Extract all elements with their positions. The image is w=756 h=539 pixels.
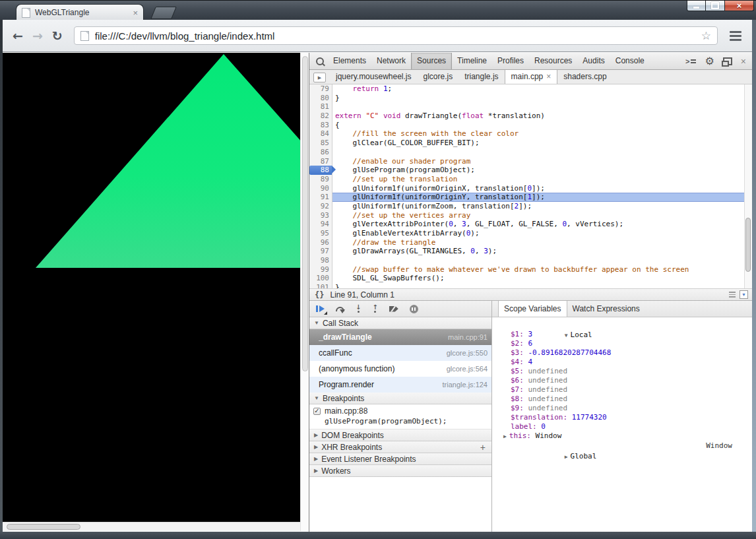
line-number[interactable]: 96 — [309, 238, 332, 247]
gear-icon[interactable]: ⚙ — [705, 56, 714, 67]
chrome-menu-button[interactable] — [730, 31, 741, 41]
file-tab-close-icon[interactable]: × — [546, 72, 551, 81]
line-number[interactable]: 79 — [309, 84, 332, 94]
resume-script-icon[interactable] — [316, 305, 325, 312]
pause-state-icon[interactable]: ▼ — [740, 290, 748, 299]
bookmark-star-icon[interactable]: ☆ — [701, 29, 711, 42]
search-icon[interactable] — [316, 57, 324, 65]
close-window-button[interactable]: × — [724, 1, 754, 11]
devtools-tab-network[interactable]: Network — [371, 53, 411, 69]
line-number[interactable]: 93 — [309, 211, 332, 220]
line-number[interactable]: 95 — [309, 229, 332, 238]
reload-button[interactable]: ↻ — [52, 30, 63, 42]
line-number[interactable]: 99 — [309, 265, 332, 274]
line-number[interactable]: 84 — [309, 129, 332, 139]
line-number[interactable]: 80 — [309, 94, 332, 103]
page-horizontal-scrollbar-thumb[interactable] — [7, 524, 80, 530]
scope-variable[interactable]: $8: undefined — [492, 395, 752, 404]
breakpoint-entry[interactable]: ✓main.cpp:88glUseProgram(programObject); — [309, 404, 491, 429]
scope-variable[interactable]: ▶this: Window — [492, 431, 752, 441]
step-out-icon[interactable]: ↑ — [372, 305, 377, 313]
pretty-print-icon[interactable]: {} — [315, 290, 324, 300]
pause-on-exceptions-icon[interactable] — [410, 305, 418, 313]
line-number[interactable]: 97 — [309, 247, 332, 256]
scope-variable[interactable]: $9: undefined — [492, 404, 752, 413]
source-frames-icon[interactable] — [729, 292, 736, 298]
console-drawer-icon[interactable]: > — [685, 57, 696, 65]
call-stack-header[interactable]: ▼ Call Stack — [309, 317, 491, 329]
scope-variable[interactable]: $1: 3 — [492, 330, 752, 339]
scope-variable[interactable]: $translation: 11774320 — [492, 413, 752, 422]
line-number[interactable]: 87 — [309, 157, 332, 166]
line-number[interactable]: 98 — [309, 256, 332, 265]
line-number[interactable]: 82 — [309, 111, 332, 121]
tab-close-icon[interactable]: × — [133, 9, 138, 17]
line-number[interactable]: 86 — [309, 148, 332, 157]
devtools-tab-sources[interactable]: Sources — [411, 53, 452, 69]
page-horizontal-scrollbar[interactable] — [3, 522, 300, 531]
breakpoint-checkbox[interactable]: ✓ — [313, 408, 321, 415]
page-vertical-scrollbar[interactable] — [300, 53, 309, 531]
section-header-workers[interactable]: ▶Workers — [309, 465, 491, 477]
webgl-canvas[interactable] — [3, 53, 300, 522]
file-tab-triangle.js[interactable]: triangle.js — [458, 70, 504, 84]
address-bar[interactable]: file:///C:/dev/llvm/blog_triangle/index.… — [74, 26, 718, 45]
code-vertical-scrollbar[interactable] — [744, 84, 752, 288]
deactivate-breakpoints-icon[interactable] — [389, 306, 398, 312]
line-number[interactable]: 90 — [309, 184, 332, 193]
call-stack-frame[interactable]: Program.rendertriangle.js:124 — [309, 377, 491, 393]
section-header-dom-breakpoints[interactable]: ▶DOM Breakpoints — [309, 429, 491, 441]
maximize-button[interactable] — [706, 1, 724, 11]
line-number[interactable]: 101 — [309, 283, 332, 288]
page-vertical-scrollbar-thumb[interactable] — [302, 56, 308, 371]
devtools-tab-timeline[interactable]: Timeline — [452, 53, 492, 69]
dock-icon[interactable] — [723, 57, 732, 65]
devtools-tab-resources[interactable]: Resources — [529, 53, 577, 69]
scope-tab-watch-expressions[interactable]: Watch Expressions — [567, 301, 645, 317]
minimize-button[interactable] — [687, 1, 706, 11]
line-number[interactable]: 85 — [309, 139, 332, 148]
scope-local-section[interactable]: ▼Local — [492, 319, 752, 330]
call-stack-frame[interactable]: (anonymous function)glcore.js:564 — [309, 361, 491, 377]
scope-variable[interactable]: label: 0 — [492, 422, 752, 431]
scope-variable[interactable]: $4: 4 — [492, 358, 752, 367]
line-number[interactable]: 89 — [309, 175, 332, 184]
call-stack-frame[interactable]: ccallFuncglcore.js:550 — [309, 345, 491, 361]
url-text[interactable]: file:///C:/dev/llvm/blog_triangle/index.… — [95, 30, 697, 42]
devtools-tab-elements[interactable]: Elements — [328, 53, 371, 69]
scope-variable[interactable]: $6: undefined — [492, 376, 752, 385]
section-header-xhr-breakpoints[interactable]: ▶XHR Breakpoints+ — [309, 441, 491, 453]
new-tab-button[interactable] — [150, 7, 177, 19]
line-number[interactable]: 81 — [309, 102, 332, 111]
line-number[interactable]: 88 — [309, 166, 332, 175]
breakpoints-header[interactable]: ▼ Breakpoints — [309, 393, 491, 404]
section-header-event-listener-breakpoints[interactable]: ▶Event Listener Breakpoints — [309, 453, 491, 465]
show-navigator-icon[interactable]: ▶ — [313, 73, 326, 82]
devtools-close-icon[interactable]: × — [741, 57, 746, 66]
scope-variable[interactable]: $2: 6 — [492, 339, 752, 348]
devtools-tab-profiles[interactable]: Profiles — [492, 53, 529, 69]
line-number[interactable]: 91 — [309, 193, 332, 202]
forward-button[interactable]: → — [32, 30, 43, 42]
file-tab-main.cpp[interactable]: main.cpp× — [505, 70, 558, 84]
add-xhr-breakpoint-button[interactable]: + — [480, 443, 486, 452]
browser-tab[interactable]: WebGLTriangle × — [16, 4, 144, 20]
step-over-icon[interactable] — [336, 307, 344, 311]
back-button[interactable]: ← — [13, 30, 23, 42]
devtools-tab-audits[interactable]: Audits — [577, 53, 610, 69]
scope-global-section[interactable]: ▶Global Window — [492, 441, 752, 451]
line-number[interactable]: 83 — [309, 121, 332, 130]
line-number[interactable]: 92 — [309, 202, 332, 211]
file-tab-shaders.cpp[interactable]: shaders.cpp — [557, 70, 612, 84]
code-vertical-scrollbar-thumb[interactable] — [745, 218, 751, 272]
file-tab-jquery.mousewheel.js[interactable]: jquery.mousewheel.js — [330, 70, 418, 84]
line-number[interactable]: 94 — [309, 220, 332, 229]
scope-variable[interactable]: $7: undefined — [492, 385, 752, 395]
step-into-icon[interactable]: ↓ — [356, 305, 361, 313]
scope-variable[interactable]: $3: -0.8916820287704468 — [492, 348, 752, 358]
file-tab-glcore.js[interactable]: glcore.js — [418, 70, 459, 84]
scope-variable[interactable]: $5: undefined — [492, 367, 752, 376]
call-stack-frame[interactable]: _drawTrianglemain.cpp:91 — [309, 329, 491, 345]
scope-tab-scope-variables[interactable]: Scope Variables — [498, 301, 567, 317]
devtools-tab-console[interactable]: Console — [610, 53, 650, 69]
